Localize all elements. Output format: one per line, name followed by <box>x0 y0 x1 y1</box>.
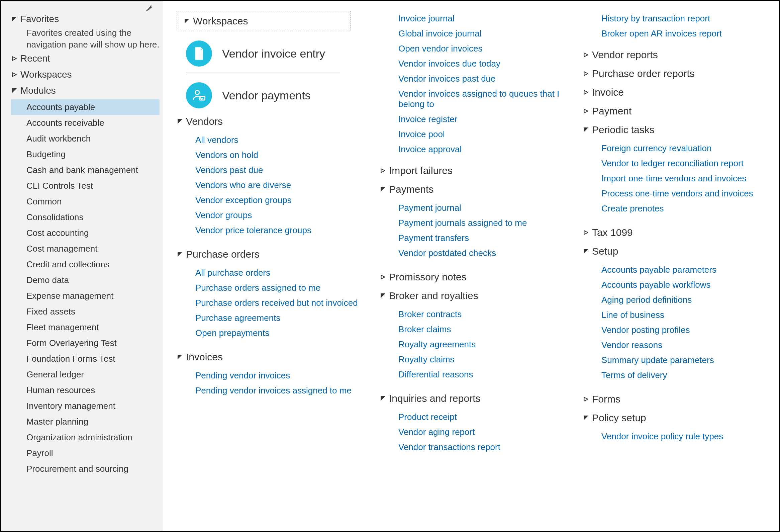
link-differential-reasons[interactable]: Differential reasons <box>398 367 563 382</box>
nav-workspaces[interactable]: Workspaces <box>11 66 159 83</box>
link-purchase-agreements[interactable]: Purchase agreements <box>195 310 359 326</box>
link-broker-open-ar-invoices-report[interactable]: Broker open AR invoices report <box>583 26 766 41</box>
link-vendor-invoice-policy-rule-types[interactable]: Vendor invoice policy rule types <box>601 429 766 444</box>
link-pending-vendor-invoices[interactable]: Pending vendor invoices <box>195 368 359 383</box>
link-invoice-approval[interactable]: Invoice approval <box>380 142 563 157</box>
section-purchase-order-reports[interactable]: Purchase order reports <box>583 64 766 83</box>
nav-favorites[interactable]: Favorites <box>11 11 159 27</box>
module-item-human-resources[interactable]: Human resources <box>11 382 159 398</box>
workspace-tile-vendor-invoice-entry[interactable]: Vendor invoice entry <box>186 41 359 66</box>
link-vendor-aging-report[interactable]: Vendor aging report <box>398 425 563 440</box>
link-vendor-groups[interactable]: Vendor groups <box>195 208 359 223</box>
module-item-cost-management[interactable]: Cost management <box>11 241 159 257</box>
link-broker-claims[interactable]: Broker claims <box>398 322 563 337</box>
link-vendor-to-ledger-reconciliation-report[interactable]: Vendor to ledger reconciliation report <box>601 156 766 171</box>
module-item-consolidations[interactable]: Consolidations <box>11 209 159 225</box>
module-item-budgeting[interactable]: Budgeting <box>11 147 159 162</box>
section-broker-and-royalties[interactable]: Broker and royalties <box>380 286 563 305</box>
module-item-audit-workbench[interactable]: Audit workbench <box>11 131 159 147</box>
link-all-vendors[interactable]: All vendors <box>195 133 359 148</box>
link-open-vendor-invoices[interactable]: Open vendor invoices <box>380 41 563 56</box>
link-all-purchase-orders[interactable]: All purchase orders <box>195 265 359 280</box>
module-item-fleet-management[interactable]: Fleet management <box>11 320 159 335</box>
module-item-form-overlayering-test[interactable]: Form Overlayering Test <box>11 335 159 351</box>
link-invoice-journal[interactable]: Invoice journal <box>380 11 563 26</box>
link-accounts-payable-workflows[interactable]: Accounts payable workflows <box>601 277 766 292</box>
link-payment-journals-assigned-to-me[interactable]: Payment journals assigned to me <box>398 215 563 231</box>
link-import-one-time-vendors-and-invoices[interactable]: Import one-time vendors and invoices <box>601 171 766 186</box>
link-process-one-time-vendors-and-invoices[interactable]: Process one-time vendors and invoices <box>601 186 766 201</box>
main-content[interactable]: Workspaces Vendor invoice entryVendor pa… <box>163 1 779 531</box>
module-item-procurement-and-sourcing[interactable]: Procurement and sourcing <box>11 461 159 477</box>
section-import-failures[interactable]: Import failures <box>380 161 563 180</box>
module-item-expense-management[interactable]: Expense management <box>11 288 159 304</box>
link-global-invoice-journal[interactable]: Global invoice journal <box>380 26 563 41</box>
link-invoice-register[interactable]: Invoice register <box>380 112 563 127</box>
link-pending-vendor-invoices-assigned-to-me[interactable]: Pending vendor invoices assigned to me <box>195 383 359 398</box>
section-inquiries-and-reports[interactable]: Inquiries and reports <box>380 389 563 407</box>
module-item-inventory-management[interactable]: Inventory management <box>11 398 159 414</box>
nav-recent[interactable]: Recent <box>11 51 159 66</box>
section-vendors[interactable]: Vendors <box>177 112 359 131</box>
link-history-by-transaction-report[interactable]: History by transaction report <box>583 11 766 26</box>
link-payment-journal[interactable]: Payment journal <box>398 200 563 215</box>
link-vendor-invoices-past-due[interactable]: Vendor invoices past due <box>380 71 563 86</box>
link-royalty-claims[interactable]: Royalty claims <box>398 352 563 367</box>
section-promissory-notes[interactable]: Promissory notes <box>380 267 563 286</box>
module-item-cost-accounting[interactable]: Cost accounting <box>11 225 159 241</box>
link-line-of-business[interactable]: Line of business <box>601 307 766 323</box>
section-policy-setup[interactable]: Policy setup <box>583 408 766 427</box>
link-vendors-who-are-diverse[interactable]: Vendors who are diverse <box>195 178 359 193</box>
section-forms[interactable]: Forms <box>583 389 766 408</box>
section-payments[interactable]: Payments <box>380 180 563 198</box>
section-invoice[interactable]: Invoice <box>583 83 766 101</box>
module-item-accounts-receivable[interactable]: Accounts receivable <box>11 115 159 131</box>
module-item-cli-controls-test[interactable]: CLI Controls Test <box>11 178 159 194</box>
link-summary-update-parameters[interactable]: Summary update parameters <box>601 353 766 368</box>
sidebar-scroll[interactable]: Favorites Favorites created using the na… <box>1 1 163 531</box>
module-item-accounts-payable[interactable]: Accounts payable <box>11 99 159 115</box>
section-payment[interactable]: Payment <box>583 101 766 120</box>
link-payment-transfers[interactable]: Payment transfers <box>398 231 563 246</box>
module-item-foundation-forms-test[interactable]: Foundation Forms Test <box>11 351 159 367</box>
link-vendor-postdated-checks[interactable]: Vendor postdated checks <box>398 246 563 261</box>
link-vendor-invoices-assigned-to-queues-that-i-belong-to[interactable]: Vendor invoices assigned to queues that … <box>380 86 563 112</box>
link-foreign-currency-revaluation[interactable]: Foreign currency revaluation <box>601 141 766 156</box>
nav-modules[interactable]: Modules <box>11 83 159 99</box>
link-aging-period-definitions[interactable]: Aging period definitions <box>601 292 766 307</box>
link-vendor-price-tolerance-groups[interactable]: Vendor price tolerance groups <box>195 223 359 238</box>
workspaces-header[interactable]: Workspaces <box>177 11 350 31</box>
module-item-fixed-assets[interactable]: Fixed assets <box>11 304 159 320</box>
module-item-demo-data[interactable]: Demo data <box>11 272 159 288</box>
module-item-master-planning[interactable]: Master planning <box>11 414 159 430</box>
module-item-general-ledger[interactable]: General ledger <box>11 367 159 382</box>
section-periodic-tasks[interactable]: Periodic tasks <box>583 120 766 139</box>
pin-icon[interactable] <box>145 4 153 12</box>
module-item-common[interactable]: Common <box>11 194 159 209</box>
module-item-payroll[interactable]: Payroll <box>11 445 159 461</box>
link-vendor-transactions-report[interactable]: Vendor transactions report <box>398 440 563 455</box>
link-open-prepayments[interactable]: Open prepayments <box>195 326 359 341</box>
link-vendor-posting-profiles[interactable]: Vendor posting profiles <box>601 323 766 338</box>
section-tax-1099[interactable]: Tax 1099 <box>583 223 766 242</box>
link-royalty-agreements[interactable]: Royalty agreements <box>398 337 563 352</box>
module-item-organization-administration[interactable]: Organization administration <box>11 430 159 445</box>
section-vendor-reports[interactable]: Vendor reports <box>583 45 766 64</box>
link-product-receipt[interactable]: Product receipt <box>398 409 563 425</box>
link-purchase-orders-assigned-to-me[interactable]: Purchase orders assigned to me <box>195 280 359 295</box>
link-create-prenotes[interactable]: Create prenotes <box>601 201 766 216</box>
workspace-tile-vendor-payments[interactable]: Vendor payments <box>186 82 359 108</box>
module-item-cash-and-bank-management[interactable]: Cash and bank management <box>11 162 159 178</box>
link-vendor-invoices-due-today[interactable]: Vendor invoices due today <box>380 56 563 71</box>
link-terms-of-delivery[interactable]: Terms of delivery <box>601 368 766 383</box>
link-invoice-pool[interactable]: Invoice pool <box>380 127 563 142</box>
link-accounts-payable-parameters[interactable]: Accounts payable parameters <box>601 262 766 277</box>
section-invoices[interactable]: Invoices <box>177 347 359 366</box>
module-item-credit-and-collections[interactable]: Credit and collections <box>11 257 159 272</box>
link-purchase-orders-received-but-not-invoiced[interactable]: Purchase orders received but not invoice… <box>195 295 359 310</box>
link-vendors-on-hold[interactable]: Vendors on hold <box>195 148 359 162</box>
link-vendor-reasons[interactable]: Vendor reasons <box>601 338 766 353</box>
link-vendor-exception-groups[interactable]: Vendor exception groups <box>195 193 359 208</box>
link-vendors-past-due[interactable]: Vendors past due <box>195 162 359 178</box>
section-purchase-orders[interactable]: Purchase orders <box>177 245 359 263</box>
